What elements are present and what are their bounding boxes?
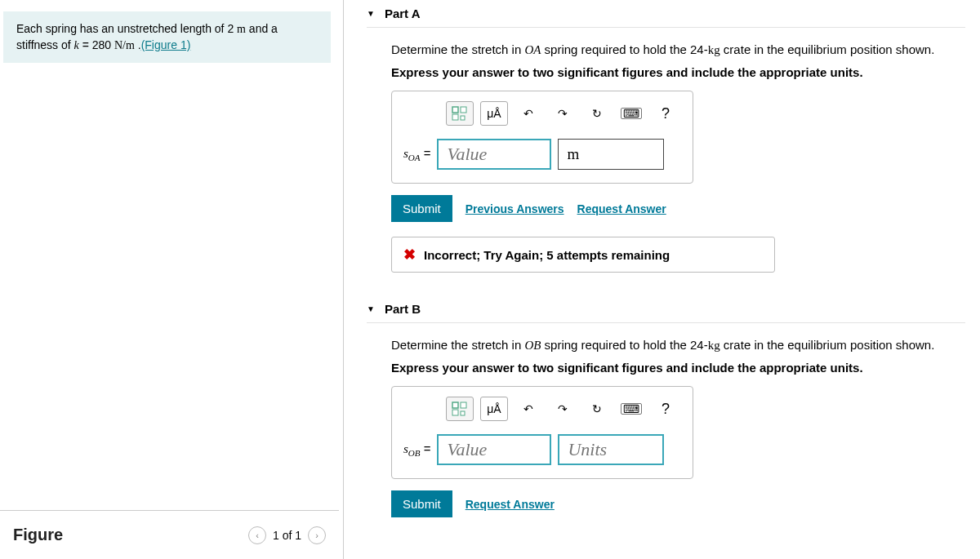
- pa-prompt-2: spring required to hold the 24-: [541, 42, 707, 56]
- help-icon[interactable]: ?: [652, 397, 679, 421]
- pa-eq: =: [421, 146, 431, 160]
- pb-eq: =: [421, 441, 431, 455]
- svg-rect-1: [461, 107, 466, 113]
- pb-prompt-2: spring required to hold the 24-: [541, 338, 707, 352]
- pa-label-sub: OA: [408, 153, 421, 162]
- pb-var: OB: [524, 339, 541, 352]
- part-a-submit-button[interactable]: Submit: [391, 195, 452, 222]
- part-b-prompt: Determine the stretch in OB spring requi…: [391, 338, 965, 353]
- part-a-header: ▼ Part A: [367, 0, 965, 28]
- part-b-toolbar: μÅ ↶ ↷ ↻ ⌨ ?: [403, 397, 681, 421]
- figure-title: Figure: [13, 526, 63, 544]
- templates-icon[interactable]: [446, 397, 474, 421]
- redo-icon[interactable]: ↷: [549, 101, 577, 126]
- eq-text: = 280: [79, 38, 114, 51]
- part-b-instruction: Express your answer to two significant f…: [391, 361, 965, 375]
- pa-prompt-3: crate in the equilibrium position shown.: [720, 42, 935, 56]
- part-b-request-answer-link[interactable]: Request Answer: [466, 498, 555, 511]
- part-a-request-answer-link[interactable]: Request Answer: [577, 202, 666, 215]
- pb-prompt-3: crate in the equilibrium position shown.: [720, 338, 935, 352]
- part-a-units-display[interactable]: m: [558, 139, 664, 170]
- figure-link[interactable]: (Figure 1): [141, 38, 191, 51]
- part-a-collapse-icon[interactable]: ▼: [367, 9, 375, 18]
- special-chars-button[interactable]: μÅ: [480, 397, 508, 421]
- undo-icon[interactable]: ↶: [514, 397, 542, 421]
- part-b-var-label: sOB =: [403, 441, 430, 458]
- part-a-instruction: Express your answer to two significant f…: [391, 65, 965, 79]
- part-a-title: Part A: [385, 7, 421, 20]
- pb-unit: kg: [708, 339, 720, 352]
- svg-rect-0: [452, 107, 458, 113]
- svg-rect-6: [452, 410, 458, 415]
- problem-text: Each spring has an unstretched length of…: [16, 22, 237, 35]
- part-b-header: ▼ Part B: [367, 295, 965, 323]
- pa-var: OA: [524, 43, 541, 56]
- problem-statement: Each spring has an unstretched length of…: [3, 11, 331, 63]
- svg-rect-3: [461, 116, 465, 120]
- part-b-title: Part B: [385, 302, 421, 316]
- figure-pager-label: 1 of 1: [273, 529, 301, 542]
- reset-icon[interactable]: ↻: [583, 101, 611, 126]
- figure-pager: ‹ 1 of 1 ›: [248, 526, 326, 544]
- problem-text-3: .: [135, 38, 141, 51]
- templates-icon[interactable]: [446, 101, 474, 126]
- pb-label-sub: OB: [408, 448, 421, 458]
- svg-rect-7: [461, 411, 465, 415]
- pb-prompt-1: Determine the stretch in: [391, 338, 524, 352]
- part-a-var-label: sOA =: [403, 146, 430, 162]
- svg-rect-2: [452, 114, 458, 120]
- undo-icon[interactable]: ↶: [514, 101, 542, 126]
- part-a-previous-answers-link[interactable]: Previous Answers: [466, 202, 564, 215]
- part-b-units-input[interactable]: [558, 434, 664, 465]
- part-b-submit-button[interactable]: Submit: [391, 490, 452, 517]
- part-b-value-input[interactable]: [437, 434, 551, 465]
- redo-icon[interactable]: ↷: [549, 397, 577, 421]
- figure-bar: Figure ‹ 1 of 1 ›: [0, 510, 339, 559]
- part-b-answer-box: μÅ ↶ ↷ ↻ ⌨ ? sOB =: [391, 386, 693, 479]
- incorrect-icon: ✖: [403, 246, 416, 264]
- part-a-feedback: ✖ Incorrect; Try Again; 5 attempts remai…: [391, 237, 775, 273]
- pa-unit: kg: [708, 43, 720, 56]
- keyboard-icon[interactable]: ⌨: [617, 101, 645, 126]
- keyboard-icon[interactable]: ⌨: [617, 397, 645, 421]
- part-a-feedback-text: Incorrect; Try Again; 5 attempts remaini…: [424, 248, 670, 262]
- unit-m: m: [237, 23, 246, 35]
- unit-npm: N/m: [114, 39, 135, 51]
- svg-rect-5: [461, 402, 466, 408]
- figure-prev-button[interactable]: ‹: [248, 526, 266, 544]
- part-b-collapse-icon[interactable]: ▼: [367, 304, 375, 313]
- svg-rect-4: [452, 402, 458, 408]
- part-a-value-input[interactable]: [437, 139, 551, 170]
- special-chars-button[interactable]: μÅ: [480, 101, 508, 126]
- pa-prompt-1: Determine the stretch in: [391, 42, 524, 56]
- help-icon[interactable]: ?: [652, 101, 679, 126]
- part-a-toolbar: μÅ ↶ ↷ ↻ ⌨ ?: [403, 101, 681, 126]
- reset-icon[interactable]: ↻: [583, 397, 611, 421]
- figure-next-button[interactable]: ›: [308, 526, 326, 544]
- part-a-prompt: Determine the stretch in OA spring requi…: [391, 42, 965, 57]
- part-a-answer-box: μÅ ↶ ↷ ↻ ⌨ ? sOA = m: [391, 91, 693, 184]
